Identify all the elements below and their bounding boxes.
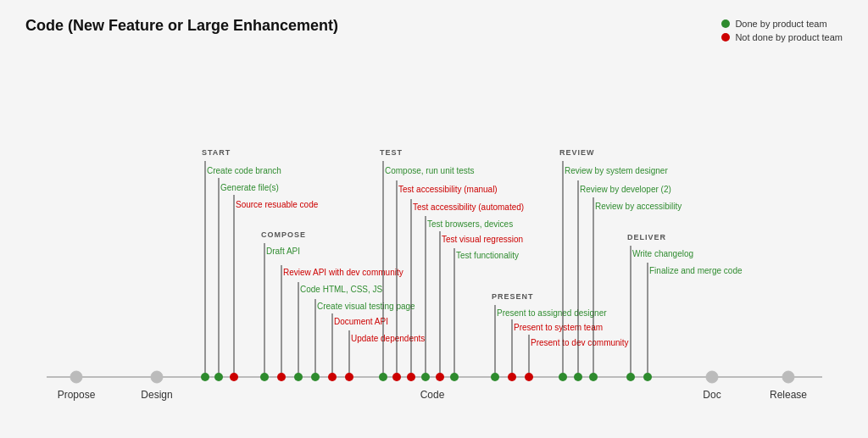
svg-text:Review by system designer: Review by system designer [565,166,668,175]
timeline-svg: Propose Design Code Doc Release START Cr… [0,47,868,428]
svg-text:Test browsers, devices: Test browsers, devices [427,219,513,229]
svg-text:Review API with dev community: Review API with dev community [283,268,403,277]
svg-point-34 [328,373,337,381]
svg-text:TEST: TEST [380,148,403,157]
svg-text:Compose, run unit tests: Compose, run unit tests [385,166,475,175]
svg-point-31 [311,373,320,381]
svg-text:Review by accessibility: Review by accessibility [595,202,682,211]
svg-point-63 [508,373,516,381]
svg-text:Present to system team: Present to system team [514,323,603,332]
svg-text:Create code branch: Create code branch [207,166,281,175]
svg-point-73 [574,373,582,381]
svg-text:COMPOSE: COMPOSE [261,230,306,239]
svg-point-80 [626,373,635,381]
svg-point-47 [407,373,415,381]
legend-red-dot [721,33,730,42]
svg-text:Write changelog: Write changelog [632,249,693,258]
svg-text:Test visual regression: Test visual regression [442,235,523,244]
svg-point-1 [70,371,82,383]
svg-point-3 [706,371,718,383]
svg-text:Test functionality: Test functionality [456,251,519,260]
svg-point-41 [379,373,387,381]
svg-text:PRESENT: PRESENT [492,292,534,301]
svg-point-37 [345,373,353,381]
svg-text:START: START [202,148,231,157]
svg-text:Release: Release [770,389,807,401]
svg-text:DELIVER: DELIVER [627,233,666,241]
svg-text:Doc: Doc [703,389,721,401]
svg-text:Present to dev community: Present to dev community [531,338,629,347]
svg-point-22 [260,373,269,381]
svg-point-28 [294,373,303,381]
svg-text:Test accessibility (manual): Test accessibility (manual) [398,185,498,194]
svg-point-15 [214,373,223,381]
svg-text:Generate file(s): Generate file(s) [220,183,279,192]
svg-text:Code: Code [420,389,445,401]
svg-point-25 [277,373,286,381]
page-title: Code (New Feature or Large Enhancement) [25,17,843,35]
svg-text:Create visual testing page: Create visual testing page [317,302,415,311]
svg-text:REVIEW: REVIEW [559,148,595,157]
svg-text:Present to assigned designer: Present to assigned designer [497,308,607,318]
svg-text:Propose: Propose [58,389,96,401]
legend-green-dot [721,19,730,28]
legend-done: Done by product team [721,19,843,29]
legend-done-label: Done by product team [735,19,826,29]
svg-text:Document API: Document API [334,317,388,326]
svg-text:Code HTML, CSS, JS: Code HTML, CSS, JS [300,285,383,294]
svg-text:Update dependents: Update dependents [351,334,425,343]
svg-point-66 [525,373,533,381]
svg-text:Draft API: Draft API [266,247,300,256]
legend-not-done-label: Not done by product team [735,32,843,42]
svg-point-44 [392,373,401,381]
svg-point-83 [643,373,652,381]
svg-point-53 [436,373,444,381]
svg-point-12 [201,373,209,381]
svg-point-18 [230,373,238,381]
svg-point-60 [491,373,499,381]
svg-point-4 [782,371,794,383]
svg-text:Source resuable code: Source resuable code [236,200,319,209]
svg-point-2 [151,371,163,383]
svg-text:Test accessibility (automated): Test accessibility (automated) [413,202,524,212]
svg-text:Finalize and merge code: Finalize and merge code [649,266,743,275]
legend-not-done: Not done by product team [721,32,843,42]
svg-text:Review by developer (2): Review by developer (2) [580,185,671,194]
svg-point-50 [421,373,430,381]
svg-point-70 [559,373,567,381]
svg-text:Design: Design [141,389,172,401]
main-container: Code (New Feature or Large Enhancement) … [0,0,868,438]
svg-point-56 [450,373,459,381]
svg-point-76 [589,373,598,381]
legend: Done by product team Not done by product… [721,19,843,46]
